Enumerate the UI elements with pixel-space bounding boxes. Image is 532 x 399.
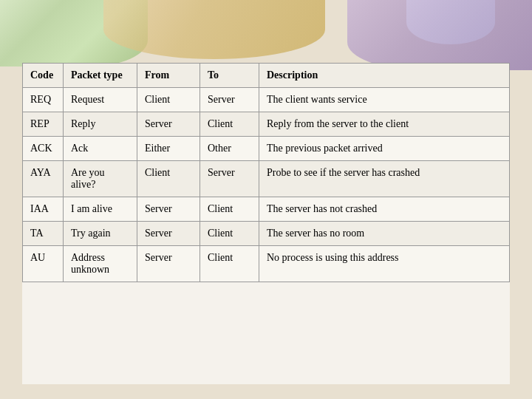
cell-description-2: The previous packet arrived: [259, 137, 510, 161]
cell-from-5: Server: [137, 222, 200, 246]
cell-from-0: Client: [137, 88, 200, 112]
cell-packet_type-2: Ack: [64, 137, 137, 161]
cell-to-4: Client: [200, 197, 259, 222]
cell-description-5: The server has no room: [259, 222, 510, 246]
cell-code-6: AU: [23, 246, 64, 282]
cell-code-3: AYA: [23, 161, 64, 197]
cell-to-3: Server: [200, 161, 259, 197]
col-header-packet-type: Packet type: [64, 64, 137, 88]
col-header-description: Description: [259, 64, 510, 88]
main-content: Code Packet type From To Description REQ…: [22, 63, 510, 384]
cell-to-5: Client: [200, 222, 259, 246]
cell-code-0: REQ: [23, 88, 64, 112]
cell-code-4: IAA: [23, 197, 64, 222]
cell-packet_type-4: I am alive: [64, 197, 137, 222]
cell-to-2: Other: [200, 137, 259, 161]
cell-description-3: Probe to see if the server has crashed: [259, 161, 510, 197]
table-row: AYAAre you alive?ClientServerProbe to se…: [23, 161, 510, 197]
cell-to-0: Server: [200, 88, 259, 112]
cell-description-4: The server has not crashed: [259, 197, 510, 222]
cell-from-1: Server: [137, 112, 200, 137]
cell-from-3: Client: [137, 161, 200, 197]
cell-code-5: TA: [23, 222, 64, 246]
cell-packet_type-3: Are you alive?: [64, 161, 137, 197]
bg-center-blob: [103, 0, 325, 59]
table-row: REPReplyServerClientReply from the serve…: [23, 112, 510, 137]
cell-description-0: The client wants service: [259, 88, 510, 112]
table-row: TATry againServerClientThe server has no…: [23, 222, 510, 246]
cell-description-6: No process is using this address: [259, 246, 510, 282]
col-header-to: To: [200, 64, 259, 88]
cell-packet_type-0: Request: [64, 88, 137, 112]
table-row: AUAddress unknownServerClientNo process …: [23, 246, 510, 282]
cell-from-2: Either: [137, 137, 200, 161]
cell-packet_type-5: Try again: [64, 222, 137, 246]
packet-types-table: Code Packet type From To Description REQ…: [22, 63, 510, 282]
table-header-row: Code Packet type From To Description: [23, 64, 510, 88]
cell-code-2: ACK: [23, 137, 64, 161]
cell-from-6: Server: [137, 246, 200, 282]
table-row: REQRequestClientServerThe client wants s…: [23, 88, 510, 112]
col-header-from: From: [137, 64, 200, 88]
cell-code-1: REP: [23, 112, 64, 137]
col-header-code: Code: [23, 64, 64, 88]
table-row: IAAI am aliveServerClientThe server has …: [23, 197, 510, 222]
cell-description-1: Reply from the server to the client: [259, 112, 510, 137]
cell-to-6: Client: [200, 246, 259, 282]
cell-from-4: Server: [137, 197, 200, 222]
cell-to-1: Client: [200, 112, 259, 137]
cell-packet_type-6: Address unknown: [64, 246, 137, 282]
bg-right2-blob: [406, 0, 495, 44]
table-row: ACKAckEitherOtherThe previous packet arr…: [23, 137, 510, 161]
cell-packet_type-1: Reply: [64, 112, 137, 137]
